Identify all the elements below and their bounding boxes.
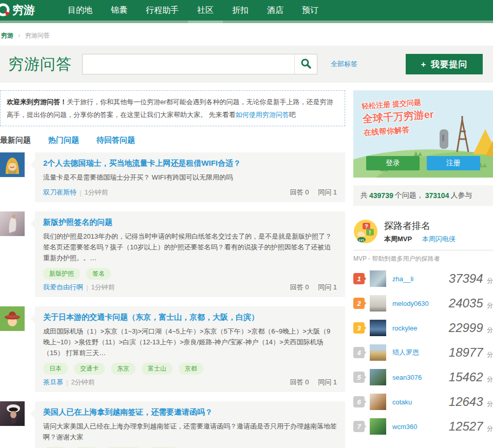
ranked-user-link[interactable]: 猎人罗恩: [392, 348, 419, 357]
login-button[interactable]: 登录: [366, 156, 420, 170]
user-avatar[interactable]: [0, 211, 25, 236]
user-avatar[interactable]: [0, 401, 25, 426]
nav-deals[interactable]: 折扣: [223, 0, 258, 21]
question-time: 1分钟前: [84, 188, 108, 197]
author-time-separator: |: [66, 379, 68, 386]
user-avatar[interactable]: [370, 270, 386, 287]
search-icon: [300, 58, 312, 71]
answers-count: 0: [305, 378, 309, 386]
user-avatar[interactable]: [370, 394, 386, 410]
question-footer: 茶旦慕 | 2分钟前 回答 0 同问 1: [43, 378, 337, 387]
user-score: 12643 分: [449, 395, 493, 409]
register-button[interactable]: 注册: [427, 156, 480, 170]
promo-buttons: 登录 注册: [353, 156, 493, 170]
user-avatar[interactable]: [370, 369, 386, 385]
question-counts: 回答 0 同问 1: [290, 283, 337, 292]
ranking-description: MVP - 帮助到最多用户的探路者: [353, 255, 493, 263]
tag[interactable]: 签名: [86, 268, 111, 280]
ranked-user-link[interactable]: sean3076: [392, 374, 422, 381]
question-item: 美国人已在上海拿到越南签证，还需要邀请函吗？ 请问大家美国人已经在上海办理拿到越…: [0, 401, 345, 448]
tag[interactable]: 富士山: [142, 363, 173, 375]
question-time: 1分钟前: [91, 283, 115, 292]
question-author-link[interactable]: 我爱自由行啊: [43, 283, 83, 292]
user-score: 15462 分: [449, 370, 493, 384]
nav-destinations[interactable]: 目的地: [59, 0, 102, 21]
nav-community[interactable]: 社区: [188, 0, 223, 21]
question-tabs: 最新问题 热门问题 待回答问题: [0, 135, 345, 145]
svg-text:?: ?: [365, 224, 368, 229]
score-number: 15462: [449, 370, 483, 384]
user-avatar[interactable]: [370, 295, 386, 311]
user-avatar[interactable]: [370, 344, 386, 361]
score-number: 18977: [449, 345, 483, 359]
answers-label: 回答: [290, 283, 304, 291]
tag[interactable]: 新版护照: [43, 268, 80, 280]
ranking-list: 1 zha__li 37394 分 2 melody0630 24035 分: [353, 266, 493, 439]
ranked-user-link[interactable]: rockylee: [392, 324, 417, 332]
user-avatar[interactable]: [370, 320, 386, 336]
rank-badge: 4: [353, 347, 365, 358]
search-input[interactable]: [83, 54, 294, 74]
ranking-row: 5 sean3076 15462 分: [353, 365, 493, 389]
qyer-logo[interactable]: 穷游: [0, 0, 35, 21]
ranked-user-link[interactable]: cotaku: [392, 398, 412, 406]
score-number: 12643: [449, 395, 483, 408]
nav-trip-planner[interactable]: 行程助手: [137, 0, 188, 21]
question-card: 关于日本游的交通卡问题（东京，富士山，京都，大阪，白滨） 成田国际机场（1）>东…: [35, 306, 345, 392]
question-counts: 回答 0 同问 1: [290, 378, 337, 387]
tag[interactable]: 交通卡: [74, 363, 105, 375]
search-button[interactable]: [294, 54, 317, 74]
tab-unanswered-questions[interactable]: 待回答问题: [97, 135, 135, 145]
score-unit: 分: [487, 400, 493, 407]
question-item: 关于日本游的交通卡问题（东京，富士山，京都，大阪，白滨） 成田国际机场（1）>东…: [0, 306, 345, 392]
follows-count: 1: [333, 283, 337, 291]
score-unit: 分: [487, 277, 493, 284]
stats-suffix: 人参与: [450, 191, 472, 200]
question-card: 美国人已在上海拿到越南签证，还需要邀请函吗？ 请问大家美国人已经在上海办理拿到越…: [35, 401, 345, 448]
follows-label: 同问: [318, 378, 331, 386]
tag[interactable]: 京都: [179, 363, 203, 375]
questions-count: 439739: [369, 191, 393, 200]
question-author-link[interactable]: 双刀崔斯特: [43, 188, 77, 197]
breadcrumb-separator-icon: ›: [18, 32, 20, 39]
question-title-link[interactable]: 2个人去德国瑞士，买当地流量卡上网还是租借WIFI合适？: [43, 159, 337, 168]
ranked-user-link[interactable]: melody0630: [392, 300, 429, 307]
tab-hot-questions[interactable]: 热门问题: [48, 135, 79, 145]
user-score: 37394 分: [449, 271, 493, 286]
all-tags-link[interactable]: 全部标签: [331, 60, 357, 69]
breadcrumb-home-link[interactable]: 穷游: [1, 32, 13, 39]
rank-badge: 6: [353, 396, 365, 407]
tag[interactable]: 东京: [111, 363, 136, 375]
question-title-link[interactable]: 关于日本游的交通卡问题（东京，富士山，京都，大阪，白滨）: [43, 313, 337, 322]
user-avatar[interactable]: [0, 306, 25, 331]
question-title-link[interactable]: 美国人已在上海拿到越南签证，还需要邀请函吗？: [43, 407, 337, 417]
rank-badge: 5: [353, 372, 365, 383]
ranked-user-link[interactable]: wcm360: [392, 423, 417, 431]
score-number: 24035: [449, 296, 483, 310]
nav-guides[interactable]: 锦囊: [102, 0, 137, 21]
weekly-mvp-link[interactable]: 本周闪电侠: [422, 235, 456, 243]
page-title: 穷游问答: [8, 54, 72, 75]
answers-count: 0: [305, 283, 309, 291]
logo-text: 穷游: [12, 3, 35, 18]
score-number: 37394: [449, 271, 483, 285]
nav-booking[interactable]: 预订: [293, 0, 328, 21]
user-avatar[interactable]: [370, 418, 386, 435]
svg-text:LV1: LV1: [359, 239, 365, 242]
question-title-link[interactable]: 新版护照签名的问题: [43, 218, 337, 227]
ranked-user-link[interactable]: zha__li: [392, 275, 413, 283]
ranking-titles: 探路者排名 本周MVP 本周闪电侠: [384, 220, 456, 244]
how-to-use-link[interactable]: 如何使用穷游问答: [236, 111, 289, 119]
question-card: 2个人去德国瑞士，买当地流量卡上网还是租借WIFI合适？ 流量卡是不是需要德国瑞…: [35, 152, 345, 202]
answers-count: 0: [305, 188, 309, 196]
nav-hotels[interactable]: 酒店: [258, 0, 293, 21]
user-avatar[interactable]: [0, 152, 25, 177]
ask-question-button[interactable]: +我要提问: [406, 54, 483, 74]
score-unit: 分: [487, 302, 493, 309]
participants-count: 373104: [425, 191, 449, 200]
tag[interactable]: 日本: [43, 363, 68, 375]
question-author-link[interactable]: 茶旦慕: [43, 378, 63, 387]
tab-latest-questions[interactable]: 最新问题: [0, 135, 31, 145]
score-unit: 分: [487, 326, 493, 334]
score-unit: 分: [487, 425, 493, 432]
